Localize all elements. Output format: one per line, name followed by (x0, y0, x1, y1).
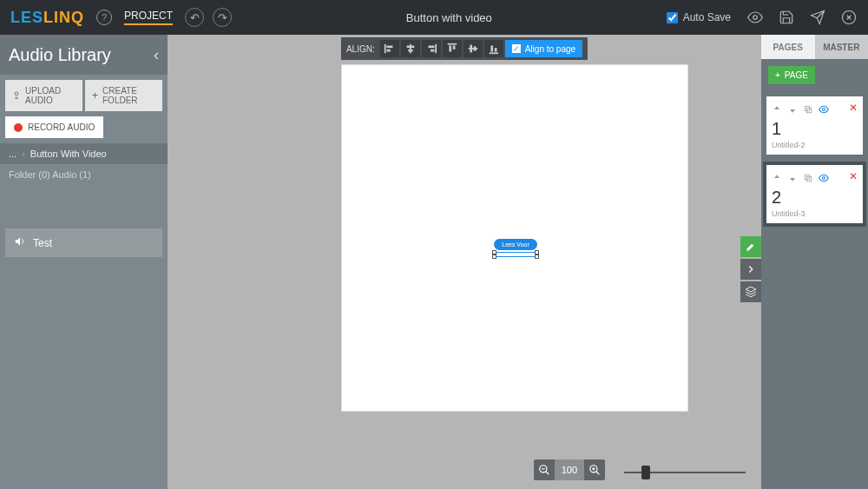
tools-button[interactable] (740, 236, 761, 257)
svg-rect-11 (408, 50, 412, 52)
zoom-out-button[interactable] (534, 459, 555, 480)
svg-rect-18 (468, 48, 477, 50)
delete-icon[interactable]: ✕ (849, 170, 858, 182)
page-card[interactable]: ✕ 2 Untitled-3 (766, 165, 863, 223)
audio-item-name: Test (33, 237, 52, 249)
svg-rect-7 (386, 46, 392, 49)
svg-rect-12 (435, 44, 437, 54)
project-title: Button with video (232, 11, 667, 24)
folder-info: Folder (0) Audio (1) (0, 164, 168, 185)
save-icon[interactable] (778, 9, 795, 26)
svg-point-0 (753, 16, 758, 20)
left-panel: Audio Library ‹ ⇪UPLOAD AUDIO +CREATE FO… (0, 35, 168, 489)
svg-rect-8 (386, 50, 390, 52)
page-name: Untitled-3 (772, 209, 858, 218)
breadcrumb-current: Button With Video (30, 149, 107, 159)
align-center-h-button[interactable] (401, 40, 420, 57)
svg-rect-15 (447, 43, 457, 45)
upload-icon: ⇪ (12, 89, 21, 102)
zoom-slider[interactable] (624, 472, 746, 473)
page-card[interactable]: ✕ 1 Untitled-2 (766, 96, 863, 155)
page-number: 2 (772, 188, 858, 208)
breadcrumb-root[interactable]: ... (9, 149, 16, 159)
svg-rect-13 (428, 46, 434, 49)
autosave-checkbox[interactable] (667, 12, 678, 23)
svg-rect-19 (470, 45, 472, 53)
visibility-icon[interactable] (819, 102, 829, 113)
svg-line-25 (545, 472, 549, 475)
svg-point-33 (823, 109, 825, 111)
canvas[interactable]: Lees Voor (341, 64, 688, 412)
align-center-v-button[interactable] (464, 40, 483, 57)
undo-button[interactable]: ↶ (185, 8, 204, 27)
align-toolbar: ALIGN: ✓ Align to page (341, 37, 588, 60)
breadcrumb[interactable]: ... › Button With Video (0, 143, 168, 164)
svg-rect-21 (489, 52, 498, 54)
svg-rect-23 (495, 48, 497, 51)
help-icon[interactable]: ? (96, 10, 112, 25)
align-bottom-button[interactable] (484, 40, 503, 57)
plus-icon: + (92, 89, 98, 102)
collapse-panel-icon[interactable]: ‹ (154, 46, 159, 64)
svg-rect-10 (406, 46, 414, 49)
resize-handle-bl[interactable] (492, 254, 496, 259)
svg-rect-6 (385, 44, 386, 54)
preview-icon[interactable] (746, 9, 764, 26)
visibility-icon[interactable] (819, 171, 829, 182)
project-menu[interactable]: PROJECT (124, 10, 173, 25)
svg-rect-9 (410, 44, 411, 54)
align-top-button[interactable] (443, 40, 462, 57)
move-up-icon[interactable] (772, 171, 782, 182)
resize-handle-br[interactable] (535, 254, 539, 259)
svg-rect-22 (490, 46, 493, 52)
svg-rect-20 (474, 46, 477, 50)
layers-button[interactable] (740, 281, 761, 302)
canvas-area: ALIGN: ✓ Align to page Lees Voor (168, 35, 761, 489)
record-audio-button[interactable]: RECORD AUDIO (5, 116, 103, 138)
logo: LESLINQ (10, 9, 84, 27)
move-down-icon[interactable] (787, 171, 798, 182)
svg-line-28 (596, 472, 600, 475)
create-folder-button[interactable]: +CREATE FOLDER (85, 80, 162, 111)
canvas-button[interactable]: Lees Voor (494, 239, 537, 250)
svg-point-36 (823, 177, 825, 180)
selected-element[interactable]: Lees Voor (494, 239, 537, 257)
tab-pages[interactable]: PAGES (761, 35, 815, 59)
panel-title: Audio Library (9, 45, 111, 65)
tab-master[interactable]: MASTER (815, 35, 869, 59)
autosave-toggle[interactable]: Auto Save (667, 11, 731, 23)
svg-rect-16 (449, 46, 451, 52)
move-up-icon[interactable] (772, 102, 782, 113)
right-panel: PAGES MASTER + PAGE ✕ 1 Untitled-2 (761, 35, 868, 489)
zoom-in-button[interactable] (584, 459, 605, 480)
expand-panel-button[interactable] (740, 259, 761, 280)
selection-box[interactable] (494, 252, 537, 257)
autosave-label: Auto Save (683, 11, 731, 23)
align-to-page-toggle[interactable]: ✓ Align to page (505, 40, 582, 57)
close-icon[interactable] (840, 9, 858, 26)
check-icon: ✓ (512, 44, 521, 53)
duplicate-icon[interactable] (803, 171, 813, 182)
top-bar: LESLINQ ? PROJECT ↶ ↷ Button with video … (0, 0, 868, 35)
redo-button[interactable]: ↷ (213, 8, 232, 27)
delete-icon[interactable]: ✕ (849, 102, 858, 114)
upload-audio-button[interactable]: ⇪UPLOAD AUDIO (5, 80, 82, 111)
zoom-value: 100 (555, 459, 584, 480)
page-number: 1 (772, 119, 858, 139)
page-name: Untitled-2 (772, 141, 858, 149)
chevron-right-icon: › (22, 149, 25, 159)
align-right-button[interactable] (422, 40, 441, 57)
zoom-controls: 100 (534, 459, 605, 480)
send-icon[interactable] (809, 9, 826, 26)
logo-part1: LES (10, 9, 43, 26)
align-label: ALIGN: (346, 44, 375, 54)
volume-icon (14, 235, 26, 250)
add-page-button[interactable]: + PAGE (768, 66, 815, 84)
align-left-button[interactable] (380, 40, 399, 57)
slider-thumb[interactable] (641, 466, 650, 479)
move-down-icon[interactable] (787, 102, 798, 113)
svg-rect-14 (431, 50, 434, 52)
logo-part2: LINQ (43, 9, 84, 26)
duplicate-icon[interactable] (803, 102, 813, 113)
audio-item[interactable]: Test (5, 228, 162, 257)
